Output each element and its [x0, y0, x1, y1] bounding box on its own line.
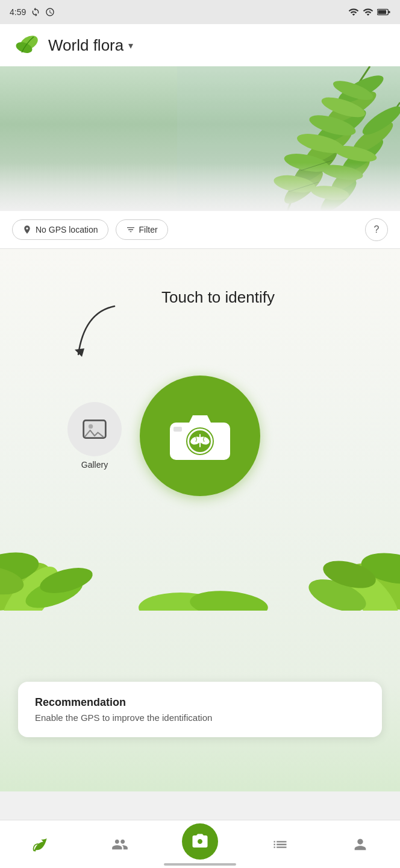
signal-icon	[363, 7, 373, 17]
svg-point-49	[189, 588, 269, 611]
app-logo-icon	[12, 31, 41, 60]
gallery-circle[interactable]	[67, 402, 122, 456]
svg-point-46	[22, 571, 87, 611]
profile-nav-icon	[352, 836, 369, 853]
gallery-label: Gallery	[81, 460, 108, 470]
camera-plant-icon	[164, 406, 236, 466]
svg-point-40	[0, 562, 26, 599]
svg-point-37	[0, 553, 58, 611]
nav-item-camera[interactable]	[160, 829, 240, 860]
camera-identify-button[interactable]	[140, 376, 260, 496]
svg-rect-36	[173, 427, 182, 432]
svg-rect-2	[389, 11, 390, 13]
svg-marker-28	[75, 348, 84, 357]
header-title-row[interactable]: World flora ▾	[48, 36, 133, 55]
help-button[interactable]: ?	[365, 218, 388, 241]
recommendation-title: Recommendation	[35, 696, 365, 709]
svg-point-39	[0, 558, 68, 611]
recommendation-subtitle: Enable the GPS to improve the identifica…	[35, 712, 365, 723]
svg-point-38	[0, 548, 42, 589]
camera-nav-button[interactable]	[182, 823, 218, 860]
filter-icon	[126, 225, 136, 234]
touch-arrow-icon	[66, 300, 139, 373]
svg-rect-1	[378, 10, 386, 14]
bottom-navigation	[0, 820, 400, 868]
status-time: 4:59	[10, 7, 26, 17]
gallery-button[interactable]: Gallery	[67, 402, 122, 470]
nav-item-list[interactable]	[240, 836, 320, 853]
sync-icon	[31, 7, 40, 17]
filter-label: Filter	[139, 225, 158, 234]
plant-nav-icon	[31, 836, 48, 853]
camera-nav-icon	[191, 832, 209, 851]
nav-item-flora[interactable]	[0, 836, 80, 853]
main-content: Touch to identify Gallery	[0, 249, 400, 791]
wifi-icon	[348, 7, 359, 17]
svg-point-47	[37, 563, 95, 598]
list-nav-icon	[272, 836, 289, 853]
help-icon: ?	[374, 224, 380, 235]
hero-image-area	[0, 66, 400, 211]
filter-bar: No GPS location Filter ?	[0, 211, 400, 249]
svg-point-43	[339, 562, 400, 611]
location-button[interactable]: No GPS location	[12, 219, 108, 240]
camera-area: Gallery	[140, 376, 260, 496]
svg-point-44	[304, 573, 370, 611]
svg-point-48	[139, 593, 223, 611]
battery-icon	[377, 8, 390, 16]
filter-button[interactable]: Filter	[116, 219, 168, 240]
svg-point-30	[89, 424, 93, 429]
app-header: World flora ▾	[0, 24, 400, 66]
status-bar: 4:59	[0, 0, 400, 24]
location-label: No GPS location	[36, 225, 98, 234]
gallery-icon	[81, 416, 108, 442]
community-nav-icon	[111, 836, 128, 853]
svg-point-45	[320, 556, 378, 593]
home-indicator	[164, 863, 236, 866]
app-title: World flora	[48, 36, 123, 55]
svg-point-41	[342, 554, 400, 611]
dropdown-icon: ▾	[128, 40, 133, 51]
svg-point-42	[359, 549, 400, 588]
location-pin-icon	[22, 225, 32, 234]
recommendation-card: Recommendation Enable the GPS to improve…	[18, 682, 382, 737]
nav-item-profile[interactable]	[320, 836, 400, 853]
identify-label: Touch to identify	[161, 288, 275, 307]
clock-icon	[45, 7, 55, 17]
nav-item-community[interactable]	[80, 836, 160, 853]
